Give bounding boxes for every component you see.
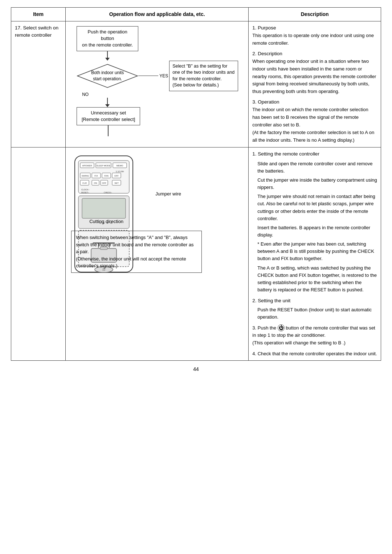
header-flow: Operation flow and applicable data, etc.: [66, 8, 249, 21]
select-b-label: Select "B" as the setting for one of the…: [172, 64, 234, 88]
p1-num: 1. Purpose: [252, 25, 276, 31]
flow-cell-1: Push the operation button on the remote …: [66, 21, 249, 147]
note-box: When switching between settings "A" and …: [71, 231, 202, 273]
flow-cell-2: HPOWER SLEEP MODE MEMO 1,3,5,9H S: [66, 147, 249, 360]
rc-labels: Jumper wire: [155, 190, 181, 198]
p2-num: 2. Description: [252, 51, 282, 56]
page-num-label: 44: [193, 366, 199, 372]
svg-rect-30: [82, 198, 126, 218]
rc-drawing: HPOWER SLEEP MODE MEMO 1,3,5,9H S: [71, 154, 151, 216]
main-table: Item Operation flow and applicable data,…: [11, 7, 381, 361]
s1-num: 1. Setting the remote controller: [252, 151, 319, 157]
setting-rc-section: 1. Setting the remote controller Slide a…: [252, 150, 377, 294]
svg-text:SLEEP MODE: SLEEP MODE: [97, 165, 111, 167]
page: { "header": { "col_item": "Item", "col_f…: [0, 0, 392, 554]
s1-b6: The A or B setting, which was switched b…: [257, 265, 377, 292]
svg-text:RESET○: RESET○: [81, 191, 89, 194]
svg-text:CHECK○: CHECK○: [104, 191, 112, 194]
desc-cell-2: 1. Setting the remote controller Slide a…: [249, 147, 381, 360]
diamond-label: Both indoor units start operation.: [91, 70, 124, 81]
s2-body: Push the RESET button (Indoor unit) to s…: [257, 307, 372, 320]
svg-text:OFF: OFF: [102, 182, 106, 184]
s1-b4: Insert the batteries. B appears in the r…: [257, 225, 370, 238]
no-label: NO: [82, 91, 89, 98]
push-btn-label: Push the operation button on the remote …: [82, 29, 133, 48]
svg-text:CLR: CLR: [82, 182, 87, 184]
s2-num: 2. Setting the unit: [252, 298, 290, 303]
step4-section: 4. Check that the remote controller oper…: [252, 350, 377, 357]
setting-unit-section: 2. Setting the unit Push the RESET butto…: [252, 297, 377, 321]
desc-purpose: 1. Purpose This operation is to operate …: [252, 24, 377, 47]
s4-num: 4. Check that the remote controller oper…: [252, 351, 377, 356]
s1-b1: Slide and open the remote controller cov…: [257, 161, 372, 174]
svg-text:CLOCK○: CLOCK○: [81, 189, 89, 191]
svg-text:1,3,5,9H: 1,3,5,9H: [116, 170, 124, 173]
page-number: 44: [11, 366, 381, 372]
svg-text:SET: SET: [114, 182, 119, 184]
select-b-box: Select "B" as the setting for one of the…: [169, 61, 238, 91]
jumper-wire-label: Jumper wire: [155, 190, 181, 198]
header-item: Item: [11, 8, 66, 21]
svg-text:FIX: FIX: [94, 175, 98, 177]
p3-body: The indoor unit on which the remote cont…: [252, 107, 374, 143]
item-cell-1: 17. Select switch on remote controller: [11, 21, 66, 147]
desc-cell-1: 1. Purpose This operation is to operate …: [249, 21, 381, 147]
unnecessary-box: Unnecessary set [Remote controller selec…: [77, 107, 140, 125]
svg-text:SWING: SWING: [82, 175, 89, 177]
note-text: When switching between settings "A" and …: [76, 235, 193, 268]
jumper-wire-label-container: Jumper wire: [155, 190, 181, 198]
p2-body: When operating one indoor unit in a situ…: [252, 58, 376, 94]
yes-label: YES: [159, 73, 168, 79]
s3-num: 3. Push the: [252, 325, 276, 331]
svg-text:FAN: FAN: [104, 175, 109, 177]
s1-b5: * Even after the jumper wire has been cu…: [257, 241, 374, 261]
push-btn-box: Push the operation button on the remote …: [77, 26, 138, 51]
cutting-dir-container: Cutting direction: [89, 218, 123, 225]
svg-text:OFF: OFF: [114, 175, 119, 177]
unnecessary-label: Unnecessary set [Remote controller selec…: [82, 110, 135, 122]
p1-body: This operation is to operate only one in…: [252, 33, 374, 46]
svg-text:ON: ON: [94, 182, 97, 184]
svg-text:HPOWER: HPOWER: [82, 165, 93, 167]
s1-b2: Cut the jumper wire inside the battery c…: [257, 177, 377, 190]
step3-section: 3. Push the ⏻ button of the remote contr…: [252, 324, 377, 346]
item-cell-2: [11, 147, 66, 360]
svg-text:MEMO: MEMO: [117, 165, 123, 167]
header-desc: Description: [249, 8, 381, 21]
desc-operation: 3. Operation The indoor unit on which th…: [252, 98, 377, 144]
cutting-dir-label: Cutting direction: [89, 219, 123, 224]
desc-description: 2. Description When operating one indoor…: [252, 50, 377, 96]
item-label-1: 17. Select switch on remote controller: [15, 25, 58, 38]
s1-b3: The jumper wire should not remain in con…: [257, 194, 375, 221]
p3-num: 3. Operation: [252, 99, 279, 105]
s3-icon: ⏻: [278, 324, 285, 331]
